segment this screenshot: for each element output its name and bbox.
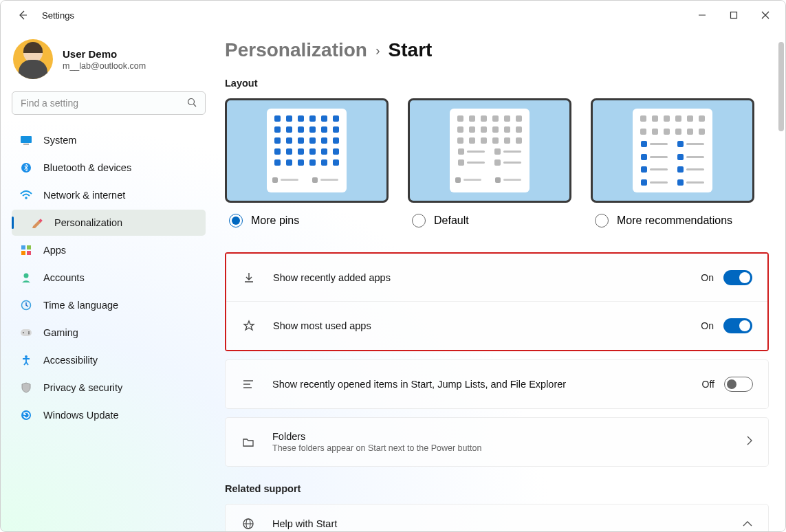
sidebar-item-privacy[interactable]: Privacy & security [12, 375, 206, 401]
sidebar-item-time[interactable]: Time & language [12, 292, 206, 318]
svg-rect-1 [731, 12, 737, 19]
radio-default[interactable] [412, 214, 426, 228]
sidebar-item-label: Privacy & security [43, 382, 122, 393]
avatar [13, 39, 53, 79]
star-icon [241, 320, 256, 332]
profile-block[interactable]: User Demo m__lab@outlook.com [12, 36, 206, 91]
close-button[interactable] [750, 4, 781, 26]
svg-rect-4 [21, 136, 32, 143]
sidebar-item-personalization[interactable]: Personalization [12, 210, 206, 236]
layout-option-label: Default [434, 214, 469, 227]
sidebar-item-accounts[interactable]: Accounts [12, 265, 206, 291]
sidebar-item-label: Accessibility [43, 355, 98, 366]
sidebar-item-label: Windows Update [43, 410, 119, 421]
page-title: Start [389, 39, 433, 61]
layout-option-more-recs[interactable]: More recommendations [591, 98, 754, 228]
search-icon [187, 98, 197, 111]
back-button[interactable] [14, 8, 30, 23]
sidebar-item-network[interactable]: Network & internet [12, 182, 206, 208]
scrollbar[interactable] [778, 42, 784, 131]
layout-option-default[interactable]: Default [408, 98, 571, 228]
toggle-state: On [701, 272, 714, 283]
accessibility-icon [20, 354, 32, 366]
sidebar-item-label: Apps [43, 245, 66, 256]
svg-point-16 [23, 332, 24, 333]
chevron-right-icon: › [375, 43, 380, 58]
gaming-icon [20, 326, 32, 339]
toggle-recently-added[interactable] [723, 270, 752, 285]
minimize-button[interactable] [686, 4, 718, 26]
svg-rect-11 [21, 251, 25, 255]
breadcrumb: Personalization › Start [225, 39, 769, 61]
sidebar-item-accessibility[interactable]: Accessibility [12, 347, 206, 373]
profile-name: User Demo [63, 48, 146, 60]
chevron-up-icon [742, 518, 753, 530]
related-heading: Related support [225, 483, 769, 494]
layout-option-label: More recommendations [617, 214, 732, 227]
sidebar-item-update[interactable]: Windows Update [12, 402, 206, 428]
sidebar-item-system[interactable]: System [12, 127, 206, 153]
app-title: Settings [42, 10, 74, 21]
update-icon [20, 409, 32, 421]
svg-rect-15 [21, 329, 32, 336]
apps-icon [20, 244, 32, 256]
sidebar-item-apps[interactable]: Apps [12, 237, 206, 263]
setting-folders-card[interactable]: Folders These folders appear on Start ne… [225, 417, 769, 467]
svg-point-19 [25, 355, 28, 358]
setting-title: Show most used apps [273, 320, 371, 331]
sidebar-item-label: Time & language [43, 300, 118, 311]
titlebar: Settings [1, 1, 785, 30]
layout-preview [408, 98, 571, 203]
sidebar-item-label: System [43, 135, 76, 146]
svg-point-13 [24, 274, 29, 278]
setting-title: Folders [272, 431, 481, 442]
setting-recent-items-card: Show recently opened items in Start, Jum… [225, 359, 769, 409]
layout-option-more-pins[interactable]: More pins [225, 98, 389, 228]
bluetooth-icon [20, 162, 32, 174]
system-icon [20, 134, 32, 146]
sidebar: User Demo m__lab@outlook.com System Blue… [1, 30, 211, 531]
personalization-icon [31, 217, 43, 229]
setting-recently-added[interactable]: Show recently added apps On [226, 254, 767, 302]
highlighted-settings: Show recently added apps On Show most us… [225, 252, 769, 351]
search-input[interactable] [12, 91, 206, 115]
list-icon [241, 379, 256, 389]
sidebar-item-label: Network & internet [43, 190, 125, 201]
sidebar-item-label: Personalization [54, 217, 122, 228]
accounts-icon [20, 271, 32, 284]
toggle-state: On [701, 320, 714, 331]
layout-heading: Layout [225, 78, 769, 89]
wifi-icon [20, 189, 32, 201]
svg-rect-9 [21, 245, 25, 250]
svg-point-17 [28, 331, 30, 333]
setting-subtitle: These folders appear on Start next to th… [272, 443, 481, 453]
svg-rect-10 [27, 245, 31, 250]
radio-more-recs[interactable] [595, 214, 609, 228]
svg-point-18 [28, 333, 30, 335]
svg-line-3 [194, 104, 197, 107]
clock-icon [20, 299, 32, 311]
sidebar-item-label: Accounts [43, 272, 85, 283]
sidebar-item-gaming[interactable]: Gaming [12, 320, 206, 346]
radio-more-pins[interactable] [229, 214, 243, 228]
breadcrumb-parent[interactable]: Personalization [225, 39, 367, 61]
svg-point-7 [25, 197, 28, 199]
setting-title: Show recently added apps [273, 272, 391, 283]
profile-email: m__lab@outlook.com [63, 61, 146, 71]
toggle-recent-items[interactable] [724, 377, 753, 392]
toggle-state: Off [702, 379, 714, 390]
globe-icon [241, 518, 256, 530]
shield-icon [20, 381, 32, 394]
help-title: Help with Start [272, 518, 337, 529]
main-content: Personalization › Start Layout [211, 30, 785, 531]
setting-most-used[interactable]: Show most used apps On [226, 302, 767, 350]
sidebar-item-bluetooth[interactable]: Bluetooth & devices [12, 155, 206, 181]
layout-option-label: More pins [251, 214, 299, 227]
toggle-most-used[interactable] [723, 318, 752, 333]
maximize-button[interactable] [718, 4, 750, 26]
svg-rect-5 [23, 144, 29, 145]
help-card[interactable]: Help with Start [225, 504, 769, 531]
svg-point-2 [188, 99, 195, 105]
layout-preview [225, 98, 389, 203]
setting-recent-items[interactable]: Show recently opened items in Start, Jum… [226, 360, 768, 408]
